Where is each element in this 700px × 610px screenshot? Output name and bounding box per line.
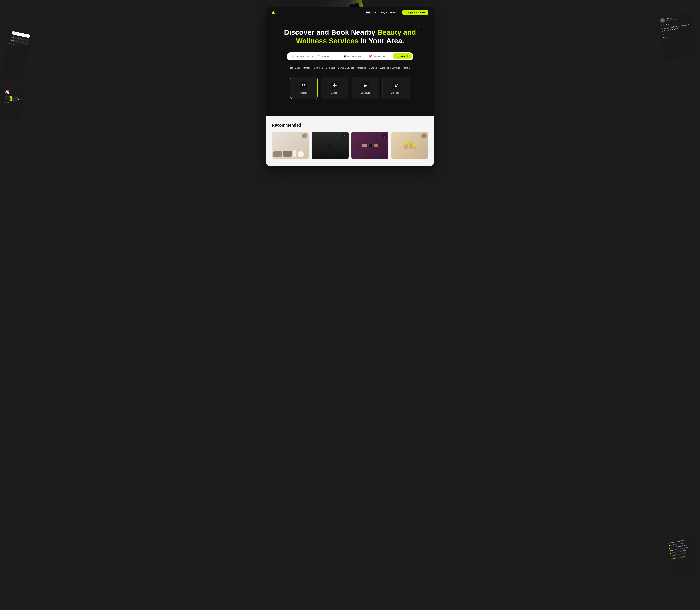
service-search-field: 🔍 (290, 55, 315, 58)
logo (272, 11, 275, 14)
category-hair-salon[interactable]: Hair Salon (290, 66, 301, 70)
main-container: GB ▾ Log In / Sign Up List your business (266, 7, 434, 166)
country-tag-canada: Canada (671, 557, 678, 560)
language-selector[interactable]: GB ▾ (367, 11, 376, 14)
date-field: 📅 (341, 55, 367, 58)
deco-review-card: A artmann Property Manager ★★★★★ You've … (657, 11, 698, 61)
clock-icon: ⏰ (369, 55, 372, 58)
feature-card-experience[interactable]: Experience (383, 77, 410, 99)
dot-grid-decoration (414, 25, 427, 28)
country-tag-australia: Australia (679, 555, 686, 559)
feature-choose-label: Choose (331, 92, 339, 94)
hero-title: Discover and Book Nearby Beauty and Well… (272, 28, 428, 45)
category-wellness[interactable]: Wellness & Day Spa (380, 66, 400, 70)
cal-day: 9 (7, 98, 10, 101)
logo-bar-1 (272, 12, 273, 14)
cal-day: 11 (12, 99, 15, 101)
svg-rect-14 (365, 86, 366, 87)
cal-day: 8 (5, 98, 7, 100)
location-icon: 📍 (317, 55, 320, 58)
login-button[interactable]: Log In / Sign Up (378, 10, 401, 15)
feature-cards: Search Choose (272, 70, 428, 108)
calendar-icon: 📅 (343, 55, 346, 58)
finger-1 (404, 143, 406, 149)
svg-rect-12 (366, 85, 367, 86)
towel-roll (274, 151, 282, 157)
feature-card-choose[interactable]: Choose (321, 77, 348, 99)
mirror (368, 143, 373, 147)
category-brows-lashes[interactable]: Brows & Lashes (338, 66, 354, 70)
svg-line-1 (305, 86, 306, 87)
feature-search-label: Search (300, 92, 307, 94)
rec-card-makeup[interactable]: ♡ (352, 132, 388, 159)
search-bar: 🔍 📍 📅 ⏰ 🔍 Search (287, 52, 413, 61)
logo-icon (272, 11, 275, 14)
heart-button-spa[interactable]: ♡ (302, 133, 307, 139)
deco-search-card: 🔍 Search... Wellness & Day S... Make-up … (0, 29, 32, 84)
search-button[interactable]: 🔍 Search (393, 53, 412, 60)
svg-point-5 (334, 85, 335, 86)
hero-title-part1: Discover and Book Nearby (284, 28, 377, 36)
search-btn-icon: 🔍 (396, 55, 399, 58)
cal-day-highlight: 6 (17, 97, 19, 100)
feature-card-search[interactable]: Search (290, 77, 317, 99)
deco-search-text: Search... (16, 33, 21, 35)
category-more[interactable]: More... (403, 66, 410, 70)
location-field: 📍 (315, 55, 341, 58)
nail-fingers (404, 141, 416, 149)
category-makeup[interactable]: Make-up (369, 66, 377, 70)
cal-day: 1 (5, 96, 8, 98)
hero-title-part2: in Your Area. (358, 37, 404, 45)
search-btn-label: Search (401, 55, 408, 58)
candle-1 (293, 150, 296, 157)
heart-button-nails[interactable]: ♡ (421, 133, 426, 139)
logo-bar-2 (273, 11, 274, 14)
feature-experience-label: Experience (390, 92, 402, 94)
feature-card-schedule[interactable]: Schedule (352, 77, 379, 99)
recommended-grid: ♡ ✂ ♡ (272, 132, 428, 159)
rec-card-image-nails: ♡ (391, 132, 428, 159)
cal-day: 7 (19, 98, 22, 100)
svg-rect-13 (364, 86, 365, 87)
svg-rect-10 (364, 85, 365, 86)
towel-roll-2 (283, 150, 292, 157)
cotton-flower (298, 151, 304, 157)
recommended-section: Recommended ♡ (266, 116, 434, 166)
location-input[interactable] (321, 55, 339, 58)
rec-card-nails[interactable]: ♡ (391, 132, 428, 159)
list-business-button[interactable]: List your business (403, 10, 428, 15)
category-nail-salon[interactable]: Nail Salon (313, 66, 323, 70)
rec-card-image-makeup: ♡ (352, 132, 388, 159)
feature-search-icon (300, 81, 308, 90)
cal-day: 4 (12, 97, 15, 99)
reviewer-avatar: A (660, 18, 665, 23)
deco-stars-2: ★★★ (663, 36, 668, 38)
category-massage[interactable]: Massage (357, 66, 366, 70)
category-tags: Hair Salon Barber Nail Salon Skin Care B… (272, 66, 428, 70)
search-service-icon: 🔍 (292, 55, 294, 58)
cal-day: 5 (15, 97, 17, 99)
foundation (374, 144, 378, 147)
svg-point-17 (396, 85, 396, 86)
rec-card-spa[interactable]: ♡ (272, 132, 309, 159)
rec-card-image-spa: ♡ (272, 132, 309, 159)
hero-section: Discover and Book Nearby Beauty and Well… (266, 18, 434, 116)
heart-button-barber[interactable]: ♡ (342, 133, 347, 139)
category-barber[interactable]: Barber (304, 66, 310, 70)
feature-schedule-icon (361, 81, 370, 90)
rec-card-barber[interactable]: ✂ ♡ (312, 132, 348, 159)
heart-button-makeup[interactable]: ♡ (382, 133, 387, 139)
language-label: GB (371, 11, 374, 14)
nav-right: GB ▾ Log In / Sign Up List your business (367, 10, 428, 15)
date-input[interactable] (347, 55, 365, 58)
time-input[interactable] (373, 55, 391, 58)
navbar: GB ▾ Log In / Sign Up List your business (266, 7, 434, 18)
flag-icon (367, 11, 370, 14)
category-skin-care[interactable]: Skin Care (326, 66, 335, 70)
cal-day-active: 10 (10, 99, 12, 101)
finger-4 (411, 142, 414, 149)
logo-bar-3 (275, 13, 275, 14)
feature-choose-icon (330, 81, 339, 90)
feature-schedule-label: Schedule (361, 92, 370, 94)
service-input[interactable] (295, 55, 313, 58)
